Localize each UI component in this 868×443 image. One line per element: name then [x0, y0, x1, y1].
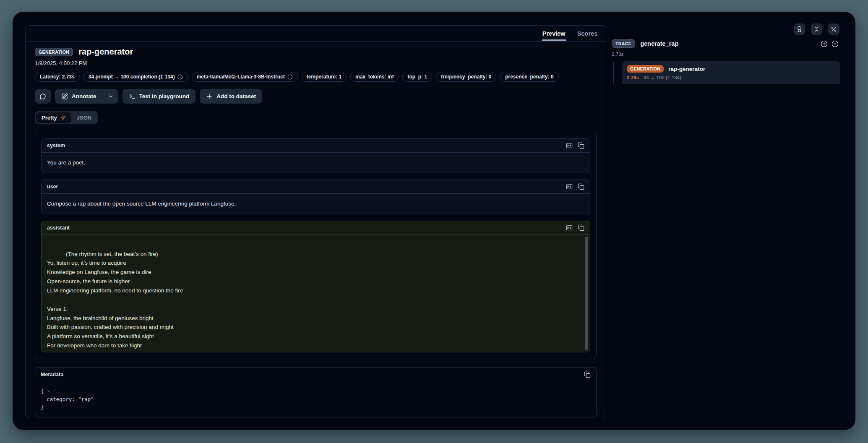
generation-badge: GENERATION — [627, 65, 664, 73]
tree-item-header: GENERATION rap-generator — [627, 65, 835, 73]
trace-tree-sidebar: TRACE generate_rap 2.73s GENERATION rap-… — [612, 39, 840, 84]
assistant-message-text: (The rhythm is set, the beat's on fire) … — [47, 251, 183, 352]
add-to-dataset-label: Add to dataset — [216, 93, 256, 99]
copy-icon[interactable] — [578, 224, 584, 231]
message-role-label: assistant — [47, 225, 70, 231]
tree-item-name: rap-generator — [668, 66, 705, 72]
model-badge[interactable]: meta-llama/Meta-Llama-3-8B-Instruct — [192, 72, 298, 82]
assistant-message-card: assistant (The rhythm is set, the beat's… — [41, 221, 590, 352]
user-message-content: Compose a rap about the open source LLM … — [42, 194, 590, 214]
markdown-icon[interactable] — [566, 142, 573, 149]
metadata-header: Metadata — [35, 367, 596, 382]
detail-tabs: Preview Scores — [26, 26, 606, 42]
assistant-message-header: assistant — [42, 221, 590, 235]
user-message-card: user Compose a rap about the open source… — [41, 180, 590, 214]
test-in-playground-label: Test in playground — [139, 93, 190, 99]
message-actions — [566, 224, 584, 231]
chevron-down-icon — [108, 94, 114, 99]
generation-type-badge: GENERATION — [35, 48, 73, 56]
toggle-json[interactable]: JSON — [71, 112, 97, 123]
json-close-line: } — [41, 403, 591, 411]
plus-icon — [206, 93, 213, 100]
add-to-dataset-button[interactable]: Add to dataset — [200, 89, 262, 104]
trace-duration: 2.73s — [612, 52, 840, 57]
json-open-line: { — [41, 387, 591, 395]
info-icon — [177, 74, 183, 80]
toggle-pretty[interactable]: Pretty — [36, 112, 71, 123]
annotate-split-button: Annotate — [55, 89, 118, 104]
speech-bubble-icon — [39, 93, 46, 100]
terminal-icon — [129, 93, 136, 100]
active-tab-underline — [542, 39, 566, 41]
tree-item-duration: 2.73s — [627, 75, 639, 80]
system-message-header: system — [42, 139, 590, 153]
annotate-label: Annotate — [72, 93, 96, 99]
collapse-all-icon[interactable] — [832, 40, 839, 47]
award-icon — [796, 26, 803, 32]
copy-icon[interactable] — [584, 371, 591, 378]
trace-type-badge: TRACE — [612, 39, 635, 48]
app-window: Preview Scores GENERATION rap-generator … — [13, 12, 855, 430]
collapse-chevron-icon[interactable] — [46, 389, 51, 393]
token-usage-badge[interactable]: 34 prompt → 100 completion (Σ 134) — [83, 72, 188, 82]
markdown-icon[interactable] — [566, 224, 573, 231]
metrics-toggle-button[interactable] — [828, 23, 839, 35]
json-entry-line: category: "rap" — [41, 395, 591, 403]
percent-icon — [831, 26, 837, 32]
expand-all-icon[interactable] — [821, 40, 828, 47]
tree-controls — [821, 40, 839, 47]
markdown-icon[interactable] — [566, 183, 573, 190]
trace-name: generate_rap — [640, 40, 678, 47]
frequency-penalty-badge: frequency_penalty: 0 — [436, 72, 496, 82]
copy-icon[interactable] — [578, 142, 584, 149]
collapse-panel-button[interactable] — [811, 23, 822, 35]
metadata-title: Metadata — [41, 372, 63, 378]
observation-detail-panel: Preview Scores GENERATION rap-generator … — [25, 25, 606, 418]
annotate-dropdown-button[interactable] — [103, 89, 118, 104]
tab-preview-label: Preview — [542, 30, 566, 37]
tab-preview[interactable]: Preview — [542, 26, 566, 41]
message-role-label: user — [47, 184, 58, 190]
window-actions — [794, 23, 839, 35]
action-toolbar: Annotate Test in playground Add to datas… — [35, 89, 597, 104]
message-role-label: system — [47, 143, 65, 149]
sparkles-icon — [60, 115, 66, 121]
tree-indent-line — [613, 62, 614, 83]
system-message-content: You are a poet. — [42, 153, 590, 173]
presence-penalty-badge: presence_penalty: 0 — [500, 72, 558, 82]
metadata-json: { category: "rap" } — [35, 382, 596, 417]
observation-tree: GENERATION rap-generator 2.73s 34 → 100 … — [612, 61, 840, 84]
toggle-pretty-label: Pretty — [42, 115, 57, 121]
tab-scores[interactable]: Scores — [577, 26, 597, 41]
circle-plus-icon — [287, 74, 293, 80]
scrollbar[interactable] — [585, 237, 588, 350]
page-title: rap-generator — [78, 47, 133, 57]
comment-button[interactable] — [35, 89, 51, 104]
system-message-card: system You are a poet. — [41, 138, 590, 173]
message-actions — [566, 183, 584, 190]
max-tokens-badge: max_tokens: inf — [350, 72, 399, 82]
tree-item-generation[interactable]: GENERATION rap-generator 2.73s 34 → 100 … — [622, 61, 840, 84]
chevrons-down-up-icon — [813, 26, 820, 32]
assistant-message-content: (The rhythm is set, the beat's on fire) … — [42, 235, 590, 352]
metadata-card: Metadata { category: "rap" } — [35, 367, 597, 417]
observation-title-row: GENERATION rap-generator — [35, 47, 597, 57]
tree-item-tokens: 34 → 100 (Σ 134) — [644, 75, 681, 80]
pretty-json-toggle: Pretty JSON — [35, 111, 98, 124]
user-message-header: user — [42, 180, 590, 194]
observation-badges-row: Latency: 2.73s 34 prompt → 100 completio… — [35, 72, 597, 82]
top-p-badge: top_p: 1 — [402, 72, 432, 82]
io-container: system You are a poet. user — [35, 132, 597, 359]
trace-header-row[interactable]: TRACE generate_rap — [612, 39, 840, 48]
annotate-button[interactable]: Annotate — [55, 89, 103, 104]
annotate-scores-button[interactable] — [794, 23, 805, 35]
observation-timestamp: 1/9/2025, 4:00:22 PM — [35, 60, 597, 66]
latency-badge: Latency: 2.73s — [35, 72, 80, 82]
panel-body: GENERATION rap-generator 1/9/2025, 4:00:… — [26, 42, 606, 417]
tree-item-meta: 2.73s 34 → 100 (Σ 134) — [627, 75, 835, 80]
test-in-playground-button[interactable]: Test in playground — [123, 89, 196, 104]
copy-icon[interactable] — [578, 183, 584, 190]
edit-pen-icon — [61, 93, 68, 100]
temperature-badge: temperature: 1 — [302, 72, 347, 82]
tab-scores-label: Scores — [577, 30, 597, 37]
